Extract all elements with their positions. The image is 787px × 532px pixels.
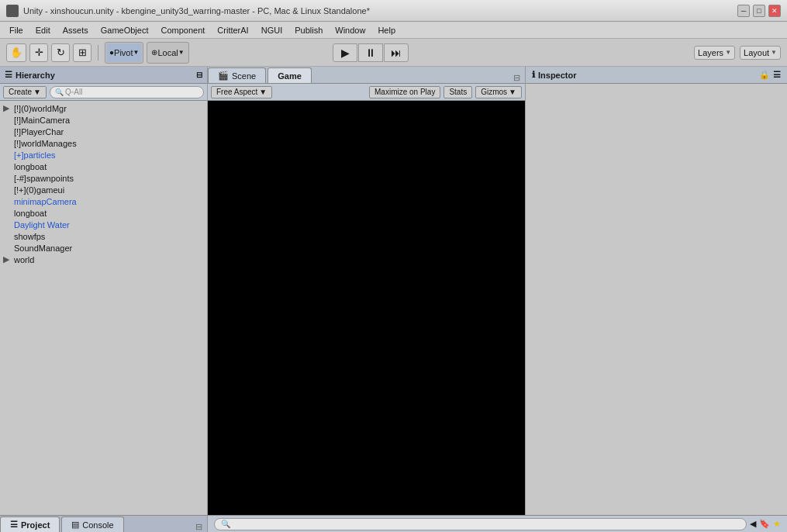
stats-btn[interactable]: Stats bbox=[444, 86, 472, 98]
project-icon: ☰ bbox=[10, 520, 18, 530]
pause-button[interactable]: ⏸ bbox=[358, 43, 383, 62]
menu-component[interactable]: Component bbox=[154, 24, 211, 36]
local-button[interactable]: ⊕ Local ▼ bbox=[148, 43, 187, 62]
hierarchy-item-worldmanages[interactable]: ▶ [!]worldManages bbox=[0, 137, 207, 149]
layers-arrow: ▼ bbox=[725, 49, 731, 56]
item-label: showfps bbox=[14, 232, 45, 241]
hierarchy-item-longboat1[interactable]: ▶ longboat bbox=[0, 161, 207, 172]
inspector-icons: 🔒 ☰ bbox=[759, 70, 781, 80]
hierarchy-item-gameui[interactable]: ▶ [!+](0)gameui bbox=[0, 184, 207, 195]
menu-publish[interactable]: Publish bbox=[288, 24, 329, 36]
hierarchy-item-playerchar[interactable]: ▶ [!]PlayerChar bbox=[0, 126, 207, 137]
hierarchy-item-longboat2[interactable]: ▶ longboat bbox=[0, 207, 207, 219]
assets-star-btn[interactable]: ★ bbox=[773, 519, 781, 529]
tab-project[interactable]: ☰ Project bbox=[0, 516, 60, 532]
item-label: Daylight Water bbox=[14, 220, 70, 230]
menu-file[interactable]: File bbox=[3, 24, 29, 36]
menu-help[interactable]: Help bbox=[371, 24, 402, 36]
arrow-icon: ▶ bbox=[3, 103, 11, 113]
hierarchy-search[interactable]: 🔍 Q◦All bbox=[50, 86, 204, 98]
item-label: minimapCamera bbox=[14, 197, 77, 206]
console-tab-label: Console bbox=[82, 520, 113, 530]
layout-dropdown[interactable]: Layout ▼ bbox=[740, 46, 781, 60]
close-button[interactable]: ✕ bbox=[768, 5, 781, 17]
hierarchy-item-minimapcamera[interactable]: ▶ minimapCamera bbox=[0, 195, 207, 207]
hierarchy-content: ▶ [!](0)worldMgr ▶ [!]MainCamera ▶ [!]Pl… bbox=[0, 101, 207, 515]
local-label: Local bbox=[157, 48, 178, 57]
assets-search-input[interactable]: 🔍 bbox=[214, 518, 747, 530]
gizmos-label: Gizmos bbox=[481, 88, 507, 96]
inspector-menu-icon[interactable]: ☰ bbox=[773, 70, 781, 80]
hierarchy-item-spawnpoints[interactable]: ▶ [-#]spawnpoints bbox=[0, 172, 207, 184]
hierarchy-item-daylight[interactable]: ▶ Daylight Water bbox=[0, 219, 207, 230]
pivot-button[interactable]: ● Pivot ▼ bbox=[106, 43, 142, 62]
hand-tool[interactable]: ✋ bbox=[6, 43, 26, 62]
menu-window[interactable]: Window bbox=[329, 24, 371, 36]
tab-game[interactable]: Game bbox=[268, 67, 312, 83]
assets-back-btn[interactable]: ◀ bbox=[750, 519, 756, 529]
item-label: world bbox=[14, 255, 34, 264]
layers-label: Layers bbox=[698, 48, 723, 57]
rotate-tool[interactable]: ↻ bbox=[51, 43, 70, 62]
scene-game-tabs: 🎬 Scene Game ⊟ bbox=[208, 67, 525, 84]
tab-console[interactable]: ▤ Console bbox=[61, 516, 123, 532]
menu-critterai[interactable]: CritterAI bbox=[211, 24, 254, 36]
hierarchy-item-soundmanager[interactable]: ▶ SoundManager bbox=[0, 242, 207, 254]
toolbar-sep-1 bbox=[98, 45, 98, 60]
game-tab-label: Game bbox=[278, 71, 302, 81]
aspect-dropdown[interactable]: Free Aspect ▼ bbox=[211, 86, 272, 98]
scale-tool[interactable]: ⊞ bbox=[73, 43, 91, 62]
local-arrow: ▼ bbox=[178, 49, 185, 56]
inspector-title: Inspector bbox=[538, 71, 577, 80]
toolbar: ✋ ✛ ↻ ⊞ ● Pivot ▼ ⊕ Local ▼ ▶ ⏸ ⏭ Layers… bbox=[0, 39, 787, 67]
tabs-collapse[interactable]: ⊟ bbox=[509, 73, 525, 83]
item-label: [-#]spawnpoints bbox=[14, 174, 74, 183]
tab-scene[interactable]: 🎬 Scene bbox=[208, 67, 266, 83]
hierarchy-item-maincamera[interactable]: ▶ [!]MainCamera bbox=[0, 114, 207, 126]
item-label: longboat bbox=[14, 209, 47, 218]
gizmos-btn[interactable]: Gizmos ▼ bbox=[475, 86, 522, 98]
menu-ngui[interactable]: NGUI bbox=[255, 24, 289, 36]
maximize-button[interactable]: □ bbox=[753, 5, 765, 17]
hierarchy-create-button[interactable]: Create ▼ bbox=[3, 86, 47, 98]
minimize-button[interactable]: ─ bbox=[737, 5, 750, 17]
hierarchy-item-showfps[interactable]: ▶ showfps bbox=[0, 230, 207, 242]
scene-icon: 🎬 bbox=[218, 71, 229, 81]
project-tabs: ☰ Project ▤ Console ⊟ bbox=[0, 516, 207, 532]
maximize-on-play-btn[interactable]: Maximize on Play bbox=[369, 86, 440, 98]
menu-edit[interactable]: Edit bbox=[29, 24, 57, 36]
lock-icon[interactable]: 🔒 bbox=[759, 70, 770, 80]
local-group: ⊕ Local ▼ bbox=[147, 42, 188, 64]
window-controls[interactable]: ─ □ ✕ bbox=[737, 5, 781, 17]
layers-dropdown[interactable]: Layers ▼ bbox=[694, 46, 735, 60]
hierarchy-item-world[interactable]: ▶ world bbox=[0, 254, 207, 265]
arrow-icon: ▶ bbox=[3, 254, 11, 264]
play-controls: ▶ ⏸ ⏭ bbox=[333, 43, 409, 62]
unity-icon bbox=[6, 5, 19, 17]
project-tab-label: Project bbox=[21, 520, 50, 530]
inspector-info-icon: ℹ bbox=[532, 70, 535, 80]
gizmos-arrow: ▼ bbox=[509, 88, 516, 96]
assets-bookmark-btn[interactable]: 🔖 bbox=[759, 519, 770, 529]
create-arrow: ▼ bbox=[33, 88, 41, 96]
move-tool[interactable]: ✛ bbox=[29, 43, 48, 62]
hierarchy-item-worldmgr[interactable]: ▶ [!](0)worldMgr bbox=[0, 102, 207, 114]
inspector-header: ℹ Inspector 🔒 ☰ bbox=[526, 67, 787, 84]
hierarchy-collapse[interactable]: ⊟ bbox=[196, 71, 202, 79]
scene-tab-label: Scene bbox=[232, 71, 256, 81]
step-button[interactable]: ⏭ bbox=[384, 43, 409, 62]
hierarchy-icon: ☰ bbox=[5, 70, 12, 80]
hierarchy-item-particles[interactable]: ▶ [+]particles bbox=[0, 149, 207, 161]
create-label: Create bbox=[9, 88, 32, 96]
inspector-panel: ℹ Inspector 🔒 ☰ bbox=[525, 67, 787, 515]
menu-gameobject[interactable]: GameObject bbox=[95, 24, 155, 36]
project-panel: ☰ Project ▤ Console ⊟ Create ▼ ▼ ★ Favor… bbox=[0, 516, 208, 532]
game-toolbar: Free Aspect ▼ Maximize on Play Stats Giz… bbox=[208, 84, 525, 101]
project-collapse[interactable]: ⊟ bbox=[191, 522, 207, 532]
hierarchy-header: ☰ Hierarchy ⊟ bbox=[0, 67, 207, 84]
menu-assets[interactable]: Assets bbox=[57, 24, 95, 36]
item-label: [!+](0)gameui bbox=[14, 185, 64, 195]
hierarchy-panel: ☰ Hierarchy ⊟ Create ▼ 🔍 Q◦All ▶ [!](0)w… bbox=[0, 67, 208, 515]
play-button[interactable]: ▶ bbox=[333, 43, 357, 62]
pivot-arrow: ▼ bbox=[133, 49, 140, 56]
